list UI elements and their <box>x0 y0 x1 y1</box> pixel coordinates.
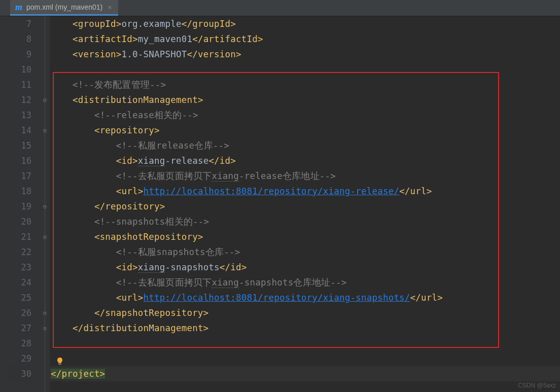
code-line[interactable] <box>50 62 560 77</box>
line-number[interactable]: 17 <box>7 168 31 184</box>
code-line[interactable] <box>50 351 560 366</box>
line-number[interactable]: 26 <box>7 305 31 320</box>
fold-open-icon[interactable]: ⊟ <box>42 97 48 103</box>
code-line[interactable]: </repository> <box>50 199 560 214</box>
code-line[interactable]: <!--snapshots相关的--> <box>50 214 560 229</box>
line-number[interactable]: 9 <box>7 47 31 62</box>
line-number[interactable]: 16 <box>7 153 31 168</box>
code-line[interactable]: <!--私服release仓库--> <box>50 138 560 153</box>
fold-close-icon[interactable]: ⊟ <box>42 310 48 316</box>
fold-open-icon[interactable]: ⊟ <box>42 128 48 133</box>
line-number[interactable]: 10 <box>7 62 31 77</box>
line-number[interactable]: 28 <box>7 336 31 351</box>
code-line[interactable]: <repository> <box>50 123 560 138</box>
line-number[interactable]: 25 <box>7 290 31 305</box>
maven-icon: m <box>15 2 22 13</box>
line-number[interactable]: 11 <box>7 77 31 92</box>
intention-bulb-icon[interactable] <box>56 354 64 363</box>
code-line[interactable]: <artifactId>my_maven01</artifactId> <box>50 31 560 47</box>
code-line[interactable]: <id>xiang-release</id> <box>50 153 560 168</box>
fold-close-icon[interactable]: ⊟ <box>42 204 48 209</box>
line-number[interactable]: 14 <box>7 123 31 138</box>
code-line[interactable]: <!--发布配置管理--> <box>50 77 560 92</box>
code-line[interactable]: <!--私服snapshots仓库--> <box>50 244 560 260</box>
tab-spacer <box>0 0 10 16</box>
code-line[interactable]: </distributionManagement> <box>50 320 560 336</box>
code-line[interactable] <box>50 336 560 351</box>
svg-rect-0 <box>58 364 61 365</box>
code-area[interactable]: CSDN @5axz <groupId>org.example</groupId… <box>50 16 560 392</box>
line-number[interactable]: 13 <box>7 108 31 123</box>
editor-tab[interactable]: m pom.xml (my_maven01) × <box>10 0 118 16</box>
left-stripe <box>0 16 7 392</box>
code-line[interactable]: <version>1.0-SNAPSHOT</version> <box>50 47 560 62</box>
fold-close-icon[interactable]: ⊟ <box>42 326 48 331</box>
line-number[interactable]: 22 <box>7 244 31 260</box>
fold-open-icon[interactable]: ⊟ <box>42 234 48 240</box>
line-number[interactable]: 24 <box>7 275 31 290</box>
line-number[interactable]: 19 <box>7 199 31 214</box>
line-number[interactable]: 18 <box>7 184 31 199</box>
tab-bar: m pom.xml (my_maven01) × <box>0 0 560 16</box>
close-icon[interactable]: × <box>107 3 113 11</box>
watermark: CSDN @5axz <box>518 382 556 389</box>
line-number[interactable]: 29 <box>7 351 31 366</box>
code-line[interactable]: <url>http://localhost:8081/repository/xi… <box>50 290 560 305</box>
code-line[interactable]: <!--去私服页面拷贝下xiang-snapshots仓库地址--> <box>50 275 560 290</box>
code-line[interactable]: </project> <box>50 366 560 381</box>
fold-column[interactable]: ⊟⊟⊟⊟⊟⊟ <box>41 16 50 392</box>
line-number[interactable]: 12 <box>7 92 31 108</box>
line-number[interactable]: 8 <box>7 31 31 47</box>
code-line[interactable]: <snapshotRepository> <box>50 229 560 244</box>
tab-label: pom.xml (my_maven01) <box>26 3 102 11</box>
code-line[interactable]: <id>xiang-snapshots</id> <box>50 260 560 275</box>
code-line[interactable]: <!--release相关的--> <box>50 108 560 123</box>
gutter[interactable]: 7891011121314151617181920212223242526272… <box>7 16 41 392</box>
line-number[interactable]: 30 <box>7 366 31 381</box>
line-number[interactable]: 21 <box>7 229 31 244</box>
editor: 7891011121314151617181920212223242526272… <box>0 16 560 392</box>
line-number[interactable]: 15 <box>7 138 31 153</box>
line-number[interactable]: 7 <box>7 16 31 31</box>
code-line[interactable]: <!--去私服页面拷贝下xiang-release仓库地址--> <box>50 168 560 184</box>
line-number[interactable]: 20 <box>7 214 31 229</box>
line-number[interactable]: 27 <box>7 320 31 336</box>
code-line[interactable]: <url>http://localhost:8081/repository/xi… <box>50 184 560 199</box>
line-number[interactable]: 23 <box>7 260 31 275</box>
code-line[interactable]: </snapshotRepository> <box>50 305 560 320</box>
code-line[interactable]: <groupId>org.example</groupId> <box>50 16 560 31</box>
code-line[interactable]: <distributionManagement> <box>50 92 560 108</box>
